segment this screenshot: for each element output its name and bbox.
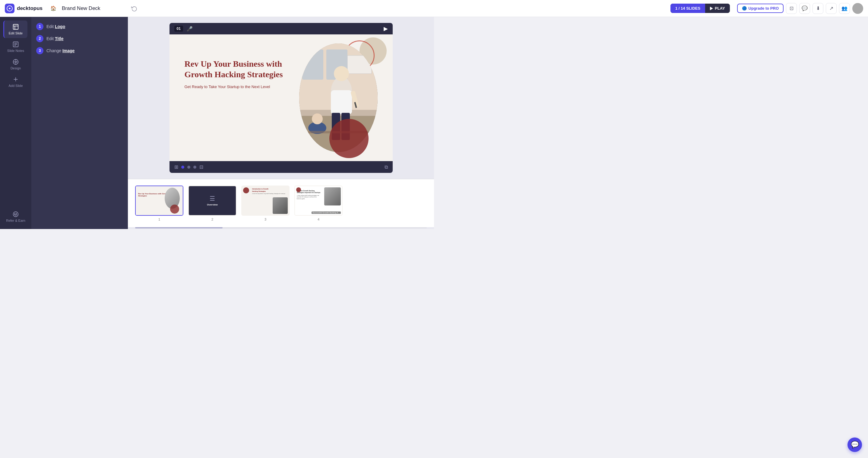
logo-text: decktopus [17,5,42,11]
thumb4-bottom-label: Successful Growth Hacking S… [312,212,341,214]
thumbnail-item-3[interactable]: Introduction to Growth Hacking Strategie… [241,186,289,221]
thumbnail-slide-3[interactable]: Introduction to Growth Hacking Strategie… [241,186,289,216]
slide-number-badge: 01 [174,26,183,32]
history-button[interactable] [129,4,139,13]
change-image-number: 3 [36,47,43,54]
edit-title-number: 2 [36,35,43,42]
thumbnail-item-1[interactable]: Rev Up Your Business with Growth Hacking… [135,186,183,221]
svg-point-31 [312,114,323,124]
thumb4-circle [296,187,301,192]
change-image-label: Change Image [46,48,74,53]
middle-panel: 1 Edit Logo 2 Edit Title 3 Change Image [31,17,128,229]
thumbnail-item-2[interactable]: ☰ Overview 2 [188,186,237,221]
main-layout: Edit Slide Slide Notes Design [0,17,434,229]
overview-label: Overview [207,203,218,206]
mic-icon[interactable]: 🎤 [187,26,193,32]
thumb-num-4: 4 [318,217,319,221]
thumbnail-item-4[interactable]: Why are Growth Hacking Strategies import… [294,186,343,221]
home-button[interactable]: 🏠 [49,4,58,13]
edit-logo-number: 1 [36,23,43,30]
edit-title-label: Edit Title [46,36,64,41]
sidebar-item-design[interactable]: Design [4,56,28,73]
thumb3-red-circle [243,187,249,193]
change-image-item[interactable]: 3 Change Image [36,47,123,54]
sidebar-item-edit-slide[interactable]: Edit Slide [3,21,27,38]
slide-text-area: Rev Up Your Business with Growth Hacking… [185,59,287,90]
grid-icon[interactable]: ⊞ [174,164,178,170]
slide-topbar: 01 🎤 ▶ [169,23,393,34]
svg-point-24 [334,66,349,81]
thumb-num-3: 3 [265,217,266,221]
sidebar-item-slide-notes[interactable]: Slide Notes [4,38,28,56]
content-area: 01 🎤 ▶ [128,17,434,229]
svg-point-8 [15,61,17,63]
slide-canvas[interactable]: Rev Up Your Business with Growth Hacking… [169,34,393,161]
thumb4-img [324,187,341,206]
thumbnail-slide-1[interactable]: Rev Up Your Business with Growth Hacking… [135,186,183,216]
thumbnail-strip: Rev Up Your Business with Growth Hacking… [128,179,434,227]
svg-rect-25 [331,90,352,114]
deck-title-input[interactable] [62,5,126,11]
sidebar-item-add-slide[interactable]: Add Slide [4,73,28,91]
layout-icon[interactable]: ⊟ [199,164,203,170]
thumbnail-slide-2[interactable]: ☰ Overview [188,186,237,216]
overview-icon: ☰ [210,195,215,202]
slide-subtitle[interactable]: Get Ready to Take Your Startup to the Ne… [185,84,287,90]
logo-area: decktopus [5,4,42,13]
svg-rect-1 [13,25,19,30]
edit-logo-item[interactable]: 1 Edit Logo [36,23,123,30]
dot-2[interactable] [187,165,190,169]
edit-title-item[interactable]: 2 Edit Title [36,35,123,42]
slide-bottombar: ⊞ ⊟ ⧉ [169,161,393,173]
slide-preview-container: 01 🎤 ▶ [128,17,434,179]
svg-rect-22 [347,56,372,73]
left-sidebar: Edit Slide Slide Notes Design [0,17,31,229]
scrollbar-thumb [135,227,223,228]
slide-play-icon[interactable]: ▶ [384,25,388,32]
thumbnail-strip-wrapper: Rev Up Your Business with Growth Hacking… [128,179,434,229]
slide-wrapper: 01 🎤 ▶ [169,23,393,173]
edit-logo-label: Edit Logo [46,24,65,29]
deco-dark-red-circle [329,119,369,158]
thumbnail-scrollbar[interactable] [135,227,427,228]
dot-1[interactable] [181,165,184,169]
topbar: decktopus 🏠 1 / 14 SLIDES PLAY 🔵 Upgrade… [0,0,434,17]
dot-3[interactable] [193,165,196,169]
logo-icon [5,4,14,13]
thumb1-circle [170,205,179,214]
slide-main-title[interactable]: Rev Up Your Business with Growth Hacking… [185,59,287,80]
thumb-num-1: 1 [158,217,160,221]
svg-rect-19 [302,50,323,80]
thumb-num-2: 2 [211,217,213,221]
thumbnail-slide-4[interactable]: Why are Growth Hacking Strategies import… [294,186,343,216]
copy-icon[interactable]: ⧉ [384,164,388,170]
thumb3-img [273,197,288,214]
sidebar-item-refer-earn[interactable]: Refer & Earn [4,208,28,225]
